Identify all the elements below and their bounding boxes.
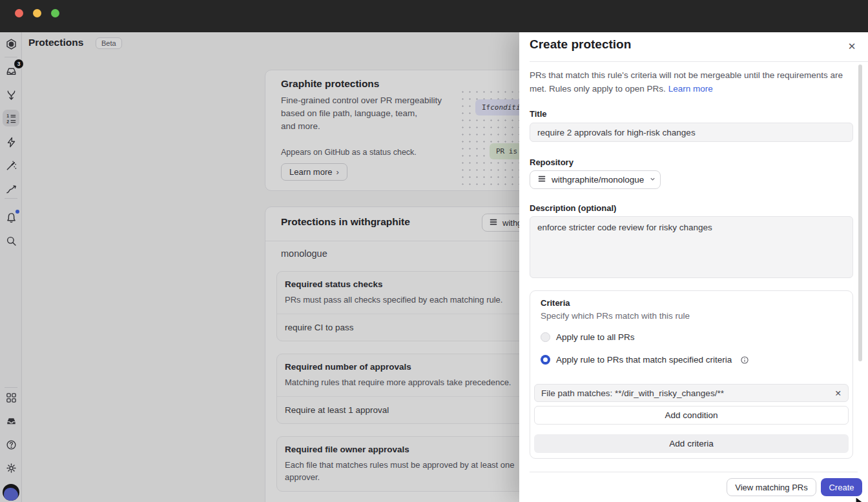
radio-unselected-icon[interactable] <box>541 332 550 342</box>
radio-option-all-prs[interactable]: Apply rule to all PRs <box>541 332 635 342</box>
add-condition-button[interactable]: Add condition <box>534 406 849 425</box>
description-field-label: Description (optional) <box>530 203 616 213</box>
rows-icon <box>537 174 546 185</box>
repository-field-label: Repository <box>530 157 574 167</box>
radio-match-label: Apply rule to PRs that match specified c… <box>556 355 732 365</box>
title-field-label: Title <box>530 109 547 119</box>
title-input[interactable] <box>530 123 853 142</box>
window-minimize-button[interactable] <box>33 9 41 17</box>
criteria-heading: Criteria <box>541 298 570 308</box>
remove-condition-icon[interactable]: ✕ <box>835 388 842 398</box>
window-titlebar <box>0 0 868 32</box>
radio-option-match-criteria[interactable]: Apply rule to PRs that match specified c… <box>541 355 749 365</box>
learn-more-link[interactable]: Learn more <box>668 84 713 94</box>
window-close-button[interactable] <box>15 9 23 17</box>
condition-text: File path matches: **/dir_with_risky_cha… <box>541 388 724 398</box>
divider <box>530 472 858 472</box>
modal-title: Create protection <box>530 37 631 52</box>
view-matching-prs-button[interactable]: View matching PRs <box>727 478 816 496</box>
modal-intro-text: PRs that match this rule's criteria will… <box>530 68 854 95</box>
divider <box>530 61 868 62</box>
create-button[interactable]: Create <box>821 478 862 496</box>
mouse-cursor <box>855 496 868 502</box>
info-icon[interactable] <box>740 356 749 365</box>
criteria-subtitle: Specify which PRs match with this rule <box>541 311 690 321</box>
description-textarea[interactable]: enforce stricter code review for risky c… <box>530 216 853 278</box>
chevron-down-icon <box>649 175 656 185</box>
create-protection-modal: Create protection ✕ PRs that match this … <box>519 32 868 502</box>
criteria-card: Criteria Specify which PRs match with th… <box>530 290 853 459</box>
condition-row: File path matches: **/dir_with_risky_cha… <box>534 384 849 402</box>
radio-all-label: Apply rule to all PRs <box>556 332 635 342</box>
radio-selected-icon[interactable] <box>541 355 550 365</box>
scrollbar-thumb[interactable] <box>858 65 862 361</box>
close-icon[interactable]: ✕ <box>844 39 860 54</box>
window-zoom-button[interactable] <box>51 9 59 17</box>
repository-select[interactable]: withgraphite/monologue <box>530 170 661 189</box>
repository-select-value: withgraphite/monologue <box>552 175 644 185</box>
add-criteria-button[interactable]: Add criteria <box>534 434 849 453</box>
